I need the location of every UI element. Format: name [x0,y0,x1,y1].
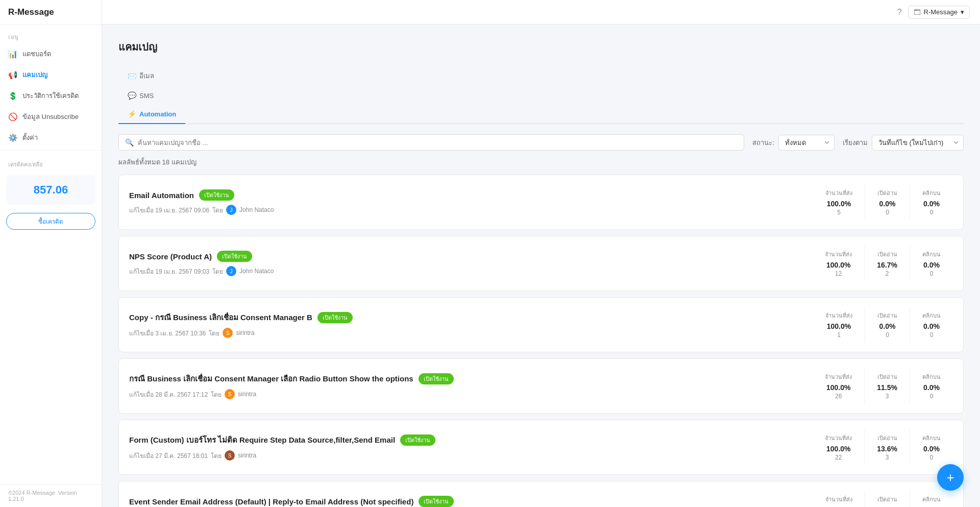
open-pct: 0.0% [877,200,897,208]
open-label: เปิดอ่าน [877,372,897,381]
tab-email[interactable]: ✉️อีเมล [118,65,185,87]
open-count: 3 [877,454,897,461]
search-filter-row: 🔍 สถานะ: ทั้งหมดเปิดใช้งานปิดใช้งาน เรีย… [118,134,964,151]
help-icon[interactable]: ? [897,8,902,17]
sent-count: 12 [825,270,852,277]
status-badge: เปิดใช้งาน [199,189,234,201]
topbar-app-label: R-Message [924,8,958,16]
campaign-date: แก้ไขเมื่อ 19 เม.ย. 2567 09:03 [129,267,209,276]
open-pct: 11.5% [877,383,897,392]
by-label: โดย [211,451,222,461]
click-label: คลิกบน [922,433,941,443]
campaign-stats: จำนวนที่ส่ง 100.0% 5 เปิดอ่าน 0.0% 0 คลิ… [813,184,953,220]
campaign-meta: แก้ไขเมื่อ 19 เม.ย. 2567 09:06 โดย J Joh… [129,205,805,215]
campaign-card[interactable]: Copy - กรณี Business เลิกเชื่อม Consent … [118,297,964,352]
topbar: ? 🗔 R-Message ▾ [102,0,980,25]
sidebar-item-unsubscribe[interactable]: 🚫ข้อมูล Unsubscribe [0,106,102,127]
campaign-name: กรณี Business เลิกเชื่อม Consent Manager… [129,373,413,385]
click-label: คลิกบน [922,495,941,504]
avatar: J [226,205,236,215]
tab-sms[interactable]: 💬SMS [118,86,185,106]
stat-click: คลิกบน 0.0% 0 [910,246,953,281]
campaign-stats: จำนวนที่ส่ง 100.0% 8 เปิดอ่าน 0.0% 0 คลิ… [813,491,953,507]
status-filter-select[interactable]: ทั้งหมดเปิดใช้งานปิดใช้งาน [778,135,835,151]
sent-pct: 100.0% [825,322,852,330]
sidebar-item-label: ประวัติการใช้เครดิต [22,90,79,101]
avatar: S [225,450,235,461]
results-count: ผลลัพธ์ทั้งหมด 18 แคมเปญ [118,157,964,167]
topbar-app-switcher[interactable]: 🗔 R-Message ▾ [908,6,970,19]
campaign-card[interactable]: NPS Score (Product A) เปิดใช้งาน แก้ไขเม… [118,236,964,291]
sidebar-item-campaign[interactable]: 📢แคมเปญ [0,64,102,85]
click-label: คลิกบน [922,311,941,320]
sent-pct: 100.0% [825,383,852,392]
campaign-date: แก้ไขเมื่อ 28 มี.ค. 2567 17:12 [129,390,208,399]
sidebar-item-label: ข้อมูล Unsubscribe [22,111,79,122]
search-input[interactable] [138,139,738,147]
sidebar-item-credit-history[interactable]: 💲ประวัติการใช้เครดิต [0,85,102,106]
unsubscribe-icon: 🚫 [8,112,17,122]
campaign-info: Event Sender Email Address (Default) | R… [129,496,805,507]
dashboard-icon: 📊 [8,50,17,59]
status-badge: เปิดใช้งาน [419,373,454,384]
campaign-info: Form (Custom) เบอร์โทร ไม่ติด Require St… [129,434,804,461]
campaign-date: แก้ไขเมื่อ 19 เม.ย. 2567 09:06 [129,205,209,215]
campaign-card[interactable]: กรณี Business เลิกเชื่อม Consent Manager… [118,358,964,414]
click-count: 0 [922,209,941,216]
stat-open: เปิดอ่าน 13.6% 3 [864,429,910,465]
campaign-icon: 📢 [8,70,17,80]
campaign-card[interactable]: Event Sender Email Address (Default) | R… [118,481,964,507]
sent-pct: 100.0% [825,261,852,269]
credit-box: 857.06 [6,175,95,205]
campaign-name-row: กรณี Business เลิกเชื่อม Consent Manager… [129,373,804,385]
status-badge: เปิดใช้งาน [419,496,454,507]
sent-count: 5 [825,209,852,216]
campaign-meta: แก้ไขเมื่อ 19 เม.ย. 2567 09:03 โดย J Joh… [129,266,804,276]
stat-open: เปิดอ่าน 0.0% 0 [865,307,910,343]
stat-open: เปิดอ่าน 0.0% 0 [865,184,910,220]
avatar: S [225,389,235,399]
campaign-name-row: Form (Custom) เบอร์โทร ไม่ติด Require St… [129,434,804,446]
email-tab-label: อีเมล [139,70,154,81]
fab-add-button[interactable]: + [937,464,964,491]
campaign-meta: แก้ไขเมื่อ 28 มี.ค. 2567 17:12 โดย S sir… [129,389,804,399]
campaign-author: sirintra [236,329,254,336]
tab-automation[interactable]: ⚡Automation [118,105,185,124]
avatar: J [226,266,236,276]
campaign-info: กรณี Business เลิกเชื่อม Consent Manager… [129,373,804,399]
stat-sent: จำนวนที่ส่ง 100.0% 22 [813,429,864,465]
sidebar-item-settings[interactable]: ⚙️ตั้งค่า [0,127,102,148]
sidebar-footer: ©2024 R-Message Version 1.21.0 [0,484,102,507]
campaign-card[interactable]: Form (Custom) เบอร์โทร ไม่ติด Require St… [118,420,964,475]
status-badge: เปิดใช้งาน [317,312,353,323]
buy-credit-button[interactable]: ซื้อเครดิต [6,213,95,230]
sent-label: จำนวนที่ส่ง [825,188,852,198]
stat-open: เปิดอ่าน 0.0% 0 [865,491,910,507]
sidebar-item-label: แดชบอร์ด [22,49,51,59]
click-pct: 0.0% [922,445,941,453]
stat-sent: จำนวนที่ส่ง 100.0% 8 [813,491,865,507]
campaign-name-row: Copy - กรณี Business เลิกเชื่อม Consent … [129,311,805,324]
sidebar-item-dashboard[interactable]: 📊แดชบอร์ด [0,43,102,64]
automation-tab-icon: ⚡ [128,110,136,118]
campaign-date: แก้ไขเมื่อ 3 เม.ย. 2567 10:36 [129,328,206,338]
sent-label: จำนวนที่ส่ง [825,311,852,320]
campaign-name: Event Sender Email Address (Default) | R… [129,497,413,506]
click-pct: 0.0% [922,200,941,208]
avatar: S [223,328,233,338]
campaign-card[interactable]: Email Automation เปิดใช้งาน แก้ไขเมื่อ 1… [118,175,964,230]
sidebar-section-label: เมนู [0,25,102,43]
page-title: แคมเปญ [118,39,964,55]
campaign-meta: แก้ไขเมื่อ 27 มี.ค. 2567 18:01 โดย S sir… [129,450,804,461]
stat-open: เปิดอ่าน 11.5% 3 [864,368,910,404]
campaigns-list: Email Automation เปิดใช้งาน แก้ไขเมื่อ 1… [118,175,964,507]
settings-icon: ⚙️ [8,133,17,142]
campaign-name-row: Email Automation เปิดใช้งาน [129,189,805,201]
sort-filter-select[interactable]: วันที่แก้ไข (ใหม่ไปเก่า)วันที่แก้ไข (เก่… [872,135,964,151]
stat-sent: จำนวนที่ส่ง 100.0% 5 [813,184,865,220]
credit-history-icon: 💲 [8,91,17,101]
click-label: คลิกบน [922,188,941,198]
campaign-name: Copy - กรณี Business เลิกเชื่อม Consent … [129,311,312,324]
sort-filter-group: เรียงตาม วันที่แก้ไข (ใหม่ไปเก่า)วันที่แ… [843,135,964,151]
sent-pct: 100.0% [825,200,852,208]
